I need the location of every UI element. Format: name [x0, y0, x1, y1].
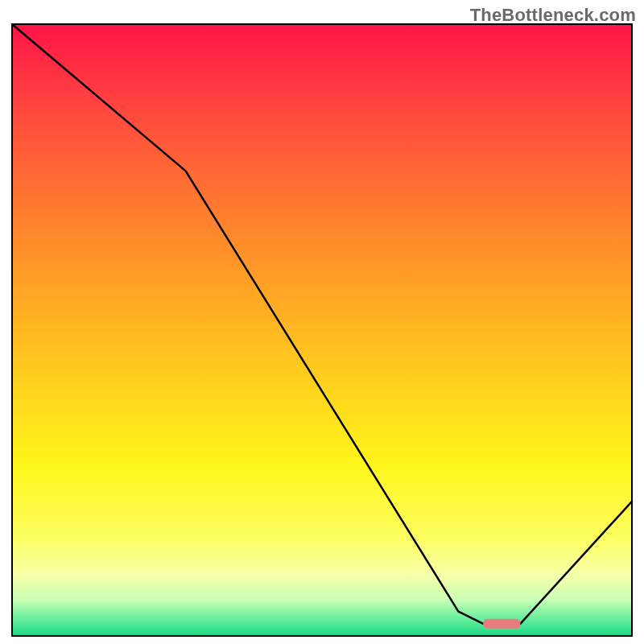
optimal-marker — [483, 619, 520, 629]
plot-background — [12, 24, 632, 636]
bottleneck-chart — [0, 0, 644, 644]
chart-container: TheBottleneck.com — [0, 0, 644, 644]
